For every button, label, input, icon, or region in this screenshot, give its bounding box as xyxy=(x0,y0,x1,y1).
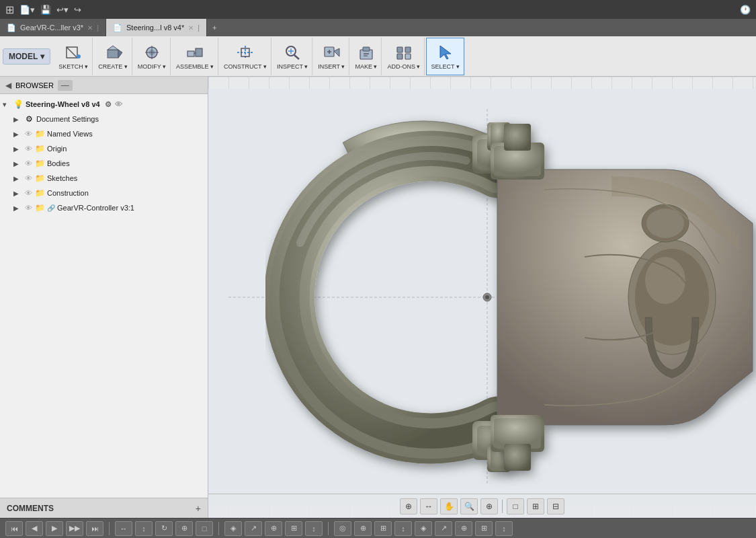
tree-root-eye-icon[interactable]: 👁 xyxy=(115,100,122,108)
make-tool[interactable]: MAKE ▾ xyxy=(351,38,382,75)
tree-origin[interactable]: ▶ 👁 📁 Origin xyxy=(0,141,208,156)
snap-icon[interactable]: ⊕ xyxy=(175,521,193,536)
grp8-icon[interactable]: ⊞ xyxy=(475,521,493,536)
tree-construction-arrow: ▶ xyxy=(13,190,22,197)
modify-tool[interactable]: MODIFY ▾ xyxy=(134,38,171,75)
browser-collapse-icon[interactable]: ◀ xyxy=(5,81,11,90)
svg-rect-31 xyxy=(405,54,411,59)
tree-bodies-folder-icon: 📁 xyxy=(34,159,45,168)
tab-add-button[interactable]: + xyxy=(207,19,222,36)
insert-label: INSERT ▾ xyxy=(318,63,345,70)
grp7-icon[interactable]: ⊕ xyxy=(455,521,472,536)
create-label: CREATE ▾ xyxy=(98,63,127,70)
view-cube-icon[interactable]: □ xyxy=(507,498,524,514)
app-grid-icon[interactable]: ⊞ xyxy=(5,3,14,16)
tree-construction[interactable]: ▶ 👁 📁 Construction xyxy=(0,186,208,200)
scale-icon[interactable]: ↕ xyxy=(135,521,153,536)
rotate-icon[interactable]: ↻ xyxy=(155,521,173,536)
redo-icon[interactable]: ↪ xyxy=(74,5,81,15)
status-fwd-icon[interactable]: ▶▶ xyxy=(66,521,83,536)
make-icon xyxy=(355,43,377,62)
orbit-icon[interactable]: ↔ xyxy=(420,498,437,514)
pan-icon[interactable]: ⊕ xyxy=(400,498,417,514)
select-label: SELECT ▾ xyxy=(431,63,459,70)
tree-origin-folder-icon: 📁 xyxy=(34,144,45,153)
grp9-icon[interactable]: ↕ xyxy=(495,521,513,536)
align-icon[interactable]: ↗ xyxy=(245,521,262,536)
grp6-icon[interactable]: ↗ xyxy=(435,521,452,536)
create-tool[interactable]: CREATE ▾ xyxy=(94,38,132,75)
mirror-icon[interactable]: □ xyxy=(196,521,213,536)
zoom-icon[interactable]: 🔍 xyxy=(460,498,478,514)
tab-gearvr[interactable]: 📄 GearVR-C...ller v3* ✕ | xyxy=(0,19,106,36)
perspective-icon[interactable]: ⊟ xyxy=(547,498,564,514)
move-icon[interactable]: ↔ xyxy=(115,521,132,536)
tree-doc-settings[interactable]: ▶ ⚙ Document Settings xyxy=(0,112,208,126)
distribute-icon[interactable]: ⊕ xyxy=(265,521,282,536)
assemble-tool[interactable]: ASSEMBLE ▾ xyxy=(172,38,218,75)
construct-icon xyxy=(235,43,256,62)
tree-sketches-label: Sketches xyxy=(47,174,77,182)
addons-tool[interactable]: ADD-ONS ▾ xyxy=(383,38,425,75)
sketch-tool[interactable]: SKETCH ▾ xyxy=(54,38,93,75)
grp5-icon[interactable]: ◈ xyxy=(415,521,432,536)
select-icon xyxy=(435,43,456,62)
model-label: MODEL xyxy=(9,52,38,61)
status-prev-icon[interactable]: ⏮ xyxy=(5,521,23,536)
fit-icon[interactable]: ⊕ xyxy=(480,498,498,514)
tree-root-label: Steering-Wheel v8 v4 xyxy=(26,100,100,108)
browser-minimize-icon[interactable]: — xyxy=(58,80,73,91)
arrange-icon[interactable]: ↕ xyxy=(305,521,323,536)
tab-gearvr-close[interactable]: ✕ xyxy=(87,24,93,32)
viewport[interactable]: ⊕ ↔ ✋ 🔍 ⊕ □ ⊞ ⊟ xyxy=(208,77,756,518)
model-svg xyxy=(208,77,756,518)
tree-bodies[interactable]: ▶ 👁 📁 Bodies xyxy=(0,156,208,171)
save-icon[interactable]: 💾 xyxy=(40,5,51,15)
tree-gearvr-eye-icon[interactable]: 👁 xyxy=(25,204,32,212)
inspect-tool[interactable]: INSPECT ▾ xyxy=(273,38,312,75)
tree-named-views-eye-icon[interactable]: 👁 xyxy=(25,130,32,138)
status-bar: ⏮ ◀ ▶ ▶▶ ⏭ ↔ ↕ ↻ ⊕ □ ◈ ↗ ⊕ ⊞ ↕ ◎ ⊕ ⊞ ↕ ◈… xyxy=(0,518,756,538)
comments-label: COMMENTS xyxy=(7,504,192,513)
grp4-icon[interactable]: ↕ xyxy=(394,521,412,536)
addons-label: ADD-ONS ▾ xyxy=(387,63,420,70)
grp1-icon[interactable]: ◎ xyxy=(334,521,351,536)
select-tool[interactable]: SELECT ▾ xyxy=(426,38,464,75)
tree-sketches[interactable]: ▶ 👁 📁 Sketches xyxy=(0,171,208,186)
tree-root[interactable]: ▾ 💡 Steering-Wheel v8 v4 ⚙ 👁 xyxy=(0,97,208,112)
hand-icon[interactable]: ✋ xyxy=(440,498,458,514)
construct-tool[interactable]: CONSTRUCT ▾ xyxy=(220,38,271,75)
tree-construction-eye-icon[interactable]: 👁 xyxy=(25,189,32,197)
undo-icon[interactable]: ↩▾ xyxy=(56,5,69,15)
svg-point-56 xyxy=(485,295,489,299)
svg-marker-21 xyxy=(334,48,339,56)
tree-gearvr[interactable]: ▶ 👁 📁 🔗 GearVR-Controller v3:1 xyxy=(0,200,208,215)
grp3-icon[interactable]: ⊞ xyxy=(374,521,392,536)
comments-add-button[interactable]: + xyxy=(196,503,201,514)
tree-origin-eye-icon[interactable]: 👁 xyxy=(25,145,32,153)
svg-rect-11 xyxy=(196,48,202,56)
create-icon xyxy=(102,43,124,62)
status-end-icon[interactable]: ⏭ xyxy=(86,521,103,536)
sketch2-icon[interactable]: ◈ xyxy=(224,521,242,536)
status-back-icon[interactable]: ◀ xyxy=(26,521,43,536)
tree-root-settings-icon[interactable]: ⚙ xyxy=(105,100,112,109)
tree-sketches-eye-icon[interactable]: 👁 xyxy=(25,174,32,182)
tree-bodies-eye-icon[interactable]: 👁 xyxy=(25,159,32,167)
tree-gearvr-arrow: ▶ xyxy=(13,204,22,212)
status-play-icon[interactable]: ▶ xyxy=(46,521,63,536)
tab-steering[interactable]: 📄 Steering...l v8 v4* ✕ | xyxy=(106,19,207,36)
tab-steering-close[interactable]: ✕ xyxy=(188,24,194,32)
model-menu-button[interactable]: MODEL ▾ xyxy=(3,48,50,65)
construct-label: CONSTRUCT ▾ xyxy=(224,63,267,70)
svg-point-2 xyxy=(77,54,81,59)
layout-icon[interactable]: ⊞ xyxy=(285,521,302,536)
file-menu-icon[interactable]: 📄▾ xyxy=(19,5,35,15)
svg-point-54 xyxy=(646,208,684,238)
grid-icon[interactable]: ⊞ xyxy=(527,498,544,514)
tree-named-views[interactable]: ▶ 👁 📁 Named Views xyxy=(0,126,208,141)
sidebar: ◀ BROWSER — ▾ 💡 Steering-Wheel v8 v4 ⚙ 👁… xyxy=(0,77,208,518)
insert-tool[interactable]: INSERT ▾ xyxy=(314,38,349,75)
tree-origin-label: Origin xyxy=(47,145,67,153)
grp2-icon[interactable]: ⊕ xyxy=(354,521,372,536)
